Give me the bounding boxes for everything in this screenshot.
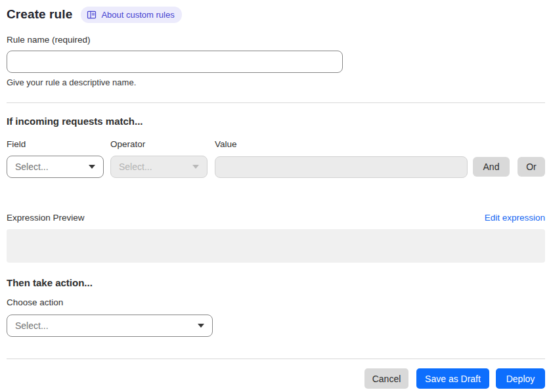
chevron-down-icon (192, 165, 199, 169)
value-input[interactable] (215, 156, 468, 178)
operator-select[interactable]: Select... (110, 156, 208, 178)
cancel-button[interactable]: Cancel (364, 368, 408, 389)
page-title: Create rule (7, 7, 72, 22)
divider-bottom (7, 359, 545, 359)
choose-action-select[interactable]: Select... (7, 315, 213, 337)
about-badge-label: About custom rules (101, 11, 174, 19)
match-controls-row: Select... Select... And Or (7, 156, 545, 178)
divider-top (7, 102, 545, 103)
field-label: Field (7, 139, 110, 149)
value-label: Value (215, 139, 545, 149)
expression-preview-label: Expression Preview (7, 213, 85, 223)
action-section-heading: Then take action... (7, 277, 545, 288)
operator-label: Operator (110, 139, 215, 149)
chevron-down-icon (198, 324, 204, 328)
field-select[interactable]: Select... (7, 156, 104, 178)
field-select-placeholder: Select... (15, 162, 49, 172)
book-icon (87, 10, 97, 20)
choose-action-label: Choose action (7, 297, 545, 307)
operator-select-placeholder: Select... (119, 162, 152, 172)
match-section-heading: If incoming requests match... (7, 116, 545, 127)
deploy-button[interactable]: Deploy (496, 368, 545, 389)
expression-preview-box (7, 229, 545, 263)
expression-header-row: Expression Preview Edit expression (7, 213, 545, 223)
create-rule-form: Create rule About custom rules Rule name… (0, 0, 551, 389)
choose-action-placeholder: Select... (15, 320, 49, 331)
save-as-draft-button[interactable]: Save as Draft (416, 368, 489, 389)
about-custom-rules-badge[interactable]: About custom rules (81, 7, 181, 23)
footer-actions: Cancel Save as Draft Deploy (7, 368, 545, 389)
or-button[interactable]: Or (518, 157, 545, 177)
edit-expression-link[interactable]: Edit expression (485, 213, 545, 223)
rule-name-help: Give your rule a descriptive name. (7, 77, 545, 87)
rule-name-label: Rule name (required) (7, 35, 545, 45)
rule-name-input[interactable] (7, 51, 343, 73)
and-button[interactable]: And (473, 157, 510, 177)
header: Create rule About custom rules (7, 7, 545, 22)
chevron-down-icon (89, 165, 95, 169)
match-labels-row: Field Operator Value (7, 139, 545, 149)
